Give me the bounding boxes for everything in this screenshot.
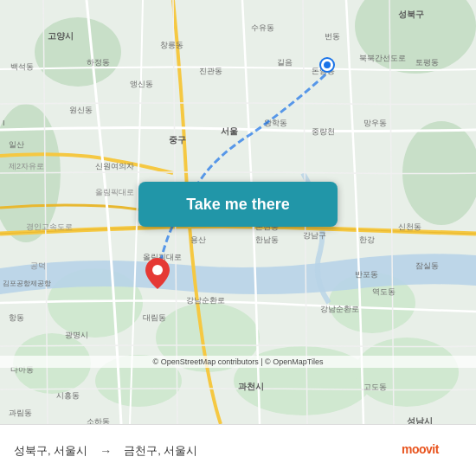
svg-text:반포동: 반포동 [355,270,378,279]
svg-text:광명시: 광명시 [65,331,88,339]
destination-pin [145,258,170,287]
svg-text:앵신동: 앵신동 [130,80,153,88]
direction-arrow-icon: → [100,444,112,458]
svg-text:토평동: 토평동 [415,58,439,67]
svg-text:신원여의자: 신원여의자 [95,162,134,170]
svg-text:공덕: 공덕 [30,261,46,270]
svg-text:대림동: 대림동 [143,313,166,322]
to-location: 금천구, 서울시 [124,443,197,459]
moovit-logo: moovit [402,441,462,460]
svg-point-9 [355,338,459,407]
svg-text:I: I [3,119,5,127]
bottom-bar: 성북구, 서울시 → 금천구, 서울시 moovit [0,424,476,476]
svg-text:원신동: 원신동 [69,106,93,114]
from-location: 성북구, 서울시 [14,443,87,459]
svg-text:한남동: 한남동 [255,235,279,244]
take-me-there-button[interactable]: Take me there [138,182,338,227]
svg-point-4 [35,17,121,87]
svg-text:성북구: 성북구 [398,10,424,19]
svg-text:경인고속도로: 경인고속도로 [26,222,73,231]
svg-text:길음: 길음 [277,58,293,67]
svg-text:시흥동: 시흥동 [56,391,80,400]
svg-text:중구: 중구 [169,135,186,145]
svg-text:강남구: 강남구 [303,231,326,240]
svg-text:과천시: 과천시 [238,382,264,391]
svg-text:용산: 용산 [190,235,206,244]
svg-text:강남순환로: 강남순환로 [320,305,359,313]
svg-text:신천동: 신천동 [398,222,421,231]
svg-text:moovit: moovit [402,442,440,456]
map-container: 고양시 백석동 하정동 창릉동 수유동 번동 성북구 토평동 일산 제2자유로 … [0,0,476,424]
svg-text:항동: 항동 [9,313,24,322]
svg-text:소하동: 소하동 [87,417,110,424]
svg-text:서울: 서울 [221,126,238,136]
svg-text:제2자유로: 제2자유로 [9,162,44,170]
svg-text:북북간선도로: 북북간선도로 [359,54,406,62]
svg-text:잠실동: 잠실동 [415,261,439,270]
svg-text:한강: 한강 [359,235,375,244]
svg-text:고도동: 고도동 [363,383,387,391]
svg-text:창릉동: 창릉동 [160,41,183,49]
svg-text:고양시: 고양시 [48,31,74,41]
svg-text:진관동: 진관동 [199,67,222,75]
svg-text:역도동: 역도동 [372,287,396,296]
svg-text:망우동: 망우동 [363,119,387,127]
svg-text:김포공항제공항: 김포공항제공항 [3,280,51,287]
svg-text:올림픽대로: 올림픽대로 [95,188,134,196]
origin-dot [321,59,333,71]
svg-text:성남시: 성남시 [407,416,433,424]
svg-point-61 [152,265,163,275]
svg-text:하정동: 하정동 [87,58,110,67]
map-attribution: © OpenStreetMap contributors | © OpenMap… [0,356,476,368]
svg-text:일산: 일산 [9,140,24,149]
svg-text:과림동: 과림동 [9,408,32,417]
svg-text:중량천: 중량천 [312,127,335,136]
svg-text:수유동: 수유동 [251,23,274,32]
svg-text:번동: 번동 [325,32,340,41]
svg-text:강남순환로: 강남순환로 [186,296,225,305]
svg-text:백석동: 백석동 [10,62,34,71]
